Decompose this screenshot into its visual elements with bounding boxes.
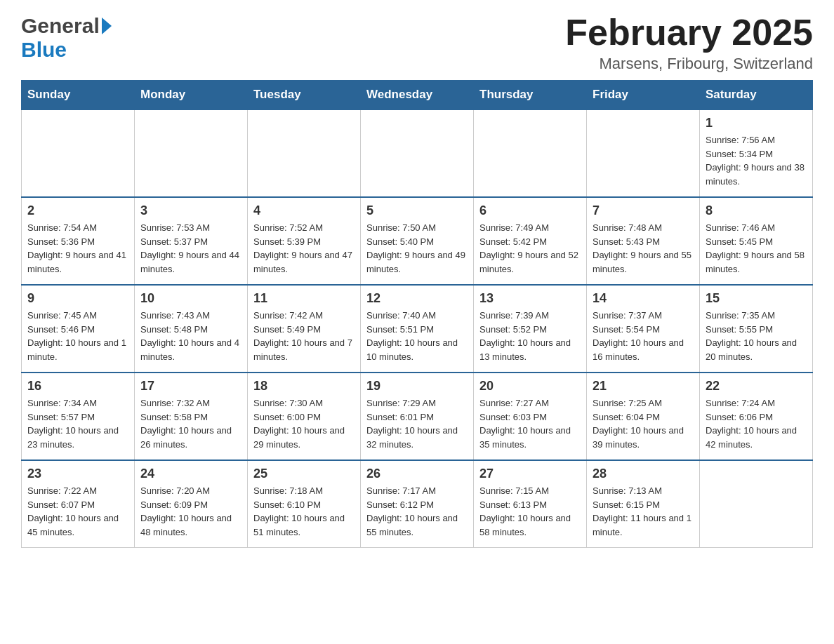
day-info: Sunrise: 7:48 AMSunset: 5:43 PMDaylight:… xyxy=(593,221,694,276)
calendar-day-cell: 22Sunrise: 7:24 AMSunset: 6:06 PMDayligh… xyxy=(700,373,813,460)
day-number: 5 xyxy=(366,203,468,218)
page-header: General Blue February 2025 Marsens, Frib… xyxy=(21,14,813,73)
calendar-day-header: Wednesday xyxy=(361,81,474,110)
day-number: 7 xyxy=(593,203,694,218)
calendar-day-cell: 18Sunrise: 7:30 AMSunset: 6:00 PMDayligh… xyxy=(248,373,361,460)
day-info: Sunrise: 7:18 AMSunset: 6:10 PMDaylight:… xyxy=(253,484,355,539)
calendar-day-header: Friday xyxy=(587,81,700,110)
day-info: Sunrise: 7:32 AMSunset: 5:58 PMDaylight:… xyxy=(140,396,241,451)
day-info: Sunrise: 7:29 AMSunset: 6:01 PMDaylight:… xyxy=(366,396,468,451)
day-number: 17 xyxy=(140,379,241,394)
day-number: 9 xyxy=(27,291,128,306)
day-number: 6 xyxy=(479,203,581,218)
month-year-title: February 2025 xyxy=(565,14,813,51)
day-info: Sunrise: 7:42 AMSunset: 5:49 PMDaylight:… xyxy=(253,309,355,363)
day-info: Sunrise: 7:37 AMSunset: 5:54 PMDaylight:… xyxy=(593,309,694,363)
day-info: Sunrise: 7:24 AMSunset: 6:06 PMDaylight:… xyxy=(706,396,807,451)
day-number: 12 xyxy=(366,291,468,306)
day-info: Sunrise: 7:25 AMSunset: 6:04 PMDaylight:… xyxy=(593,396,694,451)
calendar-table: SundayMondayTuesdayWednesdayThursdayFrid… xyxy=(21,80,813,548)
day-info: Sunrise: 7:43 AMSunset: 5:48 PMDaylight:… xyxy=(140,309,241,363)
calendar-day-cell: 3Sunrise: 7:53 AMSunset: 5:37 PMDaylight… xyxy=(135,197,248,285)
day-info: Sunrise: 7:45 AMSunset: 5:46 PMDaylight:… xyxy=(27,309,128,363)
day-number: 14 xyxy=(593,291,694,306)
calendar-day-cell: 11Sunrise: 7:42 AMSunset: 5:49 PMDayligh… xyxy=(248,285,361,373)
day-info: Sunrise: 7:56 AMSunset: 5:34 PMDaylight:… xyxy=(706,133,807,188)
title-section: February 2025 Marsens, Fribourg, Switzer… xyxy=(565,14,813,73)
day-info: Sunrise: 7:17 AMSunset: 6:12 PMDaylight:… xyxy=(366,484,468,539)
day-info: Sunrise: 7:49 AMSunset: 5:42 PMDaylight:… xyxy=(479,221,581,276)
calendar-day-header: Thursday xyxy=(474,81,587,110)
calendar-day-cell: 25Sunrise: 7:18 AMSunset: 6:10 PMDayligh… xyxy=(248,460,361,548)
calendar-day-cell: 6Sunrise: 7:49 AMSunset: 5:42 PMDaylight… xyxy=(474,197,587,285)
day-info: Sunrise: 7:39 AMSunset: 5:52 PMDaylight:… xyxy=(479,309,581,363)
day-number: 20 xyxy=(479,379,581,394)
calendar-day-cell: 7Sunrise: 7:48 AMSunset: 5:43 PMDaylight… xyxy=(587,197,700,285)
calendar-day-cell: 1Sunrise: 7:56 AMSunset: 5:34 PMDaylight… xyxy=(700,109,813,197)
logo-blue-text: Blue xyxy=(21,38,67,62)
day-number: 2 xyxy=(27,203,128,218)
day-info: Sunrise: 7:50 AMSunset: 5:40 PMDaylight:… xyxy=(366,221,468,276)
day-number: 4 xyxy=(253,203,355,218)
day-number: 3 xyxy=(140,203,241,218)
day-info: Sunrise: 7:35 AMSunset: 5:55 PMDaylight:… xyxy=(706,309,807,363)
calendar-week-row: 9Sunrise: 7:45 AMSunset: 5:46 PMDaylight… xyxy=(22,285,813,373)
day-info: Sunrise: 7:53 AMSunset: 5:37 PMDaylight:… xyxy=(140,221,241,276)
day-number: 23 xyxy=(27,467,128,481)
calendar-day-cell: 2Sunrise: 7:54 AMSunset: 5:36 PMDaylight… xyxy=(22,197,135,285)
calendar-week-row: 1Sunrise: 7:56 AMSunset: 5:34 PMDaylight… xyxy=(22,109,813,197)
day-info: Sunrise: 7:22 AMSunset: 6:07 PMDaylight:… xyxy=(27,484,128,539)
day-info: Sunrise: 7:34 AMSunset: 5:57 PMDaylight:… xyxy=(27,396,128,451)
day-number: 26 xyxy=(366,467,468,481)
day-info: Sunrise: 7:30 AMSunset: 6:00 PMDaylight:… xyxy=(253,396,355,451)
calendar-week-row: 16Sunrise: 7:34 AMSunset: 5:57 PMDayligh… xyxy=(22,373,813,460)
day-number: 1 xyxy=(706,116,807,130)
calendar-day-header: Tuesday xyxy=(248,81,361,110)
calendar-day-cell: 5Sunrise: 7:50 AMSunset: 5:40 PMDaylight… xyxy=(361,197,474,285)
calendar-day-cell: 9Sunrise: 7:45 AMSunset: 5:46 PMDaylight… xyxy=(22,285,135,373)
calendar-day-cell: 26Sunrise: 7:17 AMSunset: 6:12 PMDayligh… xyxy=(361,460,474,548)
calendar-day-cell: 17Sunrise: 7:32 AMSunset: 5:58 PMDayligh… xyxy=(135,373,248,460)
day-info: Sunrise: 7:15 AMSunset: 6:13 PMDaylight:… xyxy=(479,484,581,539)
day-info: Sunrise: 7:54 AMSunset: 5:36 PMDaylight:… xyxy=(27,221,128,276)
calendar-day-cell: 16Sunrise: 7:34 AMSunset: 5:57 PMDayligh… xyxy=(22,373,135,460)
day-info: Sunrise: 7:52 AMSunset: 5:39 PMDaylight:… xyxy=(253,221,355,276)
calendar-day-cell: 12Sunrise: 7:40 AMSunset: 5:51 PMDayligh… xyxy=(361,285,474,373)
calendar-week-row: 23Sunrise: 7:22 AMSunset: 6:07 PMDayligh… xyxy=(22,460,813,548)
day-number: 13 xyxy=(479,291,581,306)
day-number: 8 xyxy=(706,203,807,218)
day-number: 21 xyxy=(593,379,694,394)
day-number: 22 xyxy=(706,379,807,394)
calendar-day-cell: 28Sunrise: 7:13 AMSunset: 6:15 PMDayligh… xyxy=(587,460,700,548)
calendar-day-cell xyxy=(587,109,700,197)
calendar-week-row: 2Sunrise: 7:54 AMSunset: 5:36 PMDaylight… xyxy=(22,197,813,285)
logo: General Blue xyxy=(21,14,112,62)
calendar-header-row: SundayMondayTuesdayWednesdayThursdayFrid… xyxy=(22,81,813,110)
day-number: 19 xyxy=(366,379,468,394)
calendar-day-header: Sunday xyxy=(22,81,135,110)
calendar-day-header: Monday xyxy=(135,81,248,110)
day-info: Sunrise: 7:40 AMSunset: 5:51 PMDaylight:… xyxy=(366,309,468,363)
calendar-day-cell: 23Sunrise: 7:22 AMSunset: 6:07 PMDayligh… xyxy=(22,460,135,548)
day-number: 15 xyxy=(706,291,807,306)
day-number: 16 xyxy=(27,379,128,394)
calendar-day-cell: 24Sunrise: 7:20 AMSunset: 6:09 PMDayligh… xyxy=(135,460,248,548)
calendar-day-cell: 21Sunrise: 7:25 AMSunset: 6:04 PMDayligh… xyxy=(587,373,700,460)
day-number: 28 xyxy=(593,467,694,481)
calendar-day-cell xyxy=(22,109,135,197)
calendar-day-cell: 8Sunrise: 7:46 AMSunset: 5:45 PMDaylight… xyxy=(700,197,813,285)
calendar-day-cell xyxy=(361,109,474,197)
calendar-day-cell: 20Sunrise: 7:27 AMSunset: 6:03 PMDayligh… xyxy=(474,373,587,460)
day-number: 24 xyxy=(140,467,241,481)
day-number: 11 xyxy=(253,291,355,306)
day-number: 25 xyxy=(253,467,355,481)
day-info: Sunrise: 7:46 AMSunset: 5:45 PMDaylight:… xyxy=(706,221,807,276)
day-number: 10 xyxy=(140,291,241,306)
day-number: 27 xyxy=(479,467,581,481)
calendar-day-cell: 13Sunrise: 7:39 AMSunset: 5:52 PMDayligh… xyxy=(474,285,587,373)
calendar-day-cell xyxy=(135,109,248,197)
calendar-day-cell: 10Sunrise: 7:43 AMSunset: 5:48 PMDayligh… xyxy=(135,285,248,373)
calendar-day-cell: 19Sunrise: 7:29 AMSunset: 6:01 PMDayligh… xyxy=(361,373,474,460)
day-info: Sunrise: 7:13 AMSunset: 6:15 PMDaylight:… xyxy=(593,484,694,539)
calendar-day-cell xyxy=(474,109,587,197)
